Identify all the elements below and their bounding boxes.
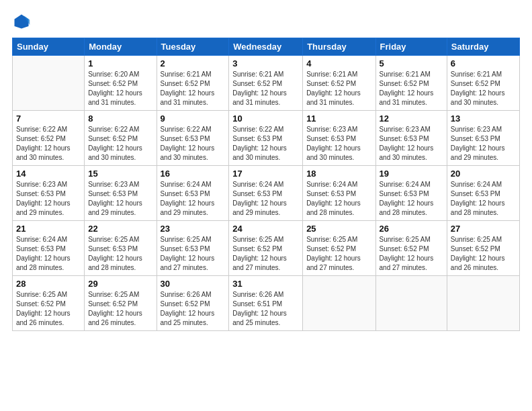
day-number: 17: [232, 169, 299, 179]
calendar-cell: 30Sunrise: 6:26 AM Sunset: 6:52 PM Dayli…: [157, 276, 229, 331]
weekday-header-row: SundayMondayTuesdayWednesdayThursdayFrid…: [13, 38, 520, 56]
day-info: Sunrise: 6:24 AM Sunset: 6:53 PM Dayligh…: [380, 180, 443, 218]
day-info: Sunrise: 6:25 AM Sunset: 6:52 PM Dayligh…: [16, 290, 81, 328]
day-info: Sunrise: 6:26 AM Sunset: 6:51 PM Dayligh…: [232, 290, 299, 328]
calendar-cell: [447, 276, 519, 331]
week-row-2: 7Sunrise: 6:22 AM Sunset: 6:52 PM Daylig…: [13, 111, 520, 166]
calendar-cell: 20Sunrise: 6:24 AM Sunset: 6:53 PM Dayli…: [447, 166, 519, 221]
day-number: 20: [451, 169, 516, 179]
calendar-cell: 8Sunrise: 6:22 AM Sunset: 6:52 PM Daylig…: [85, 111, 157, 166]
calendar-cell: 14Sunrise: 6:23 AM Sunset: 6:53 PM Dayli…: [13, 166, 85, 221]
day-info: Sunrise: 6:22 AM Sunset: 6:53 PM Dayligh…: [232, 125, 299, 163]
logo-icon: [12, 12, 31, 31]
day-info: Sunrise: 6:22 AM Sunset: 6:52 PM Dayligh…: [16, 125, 81, 163]
day-info: Sunrise: 6:24 AM Sunset: 6:53 PM Dayligh…: [161, 180, 226, 218]
svg-marker-0: [15, 15, 29, 29]
day-number: 9: [161, 113, 226, 124]
calendar-cell: 15Sunrise: 6:23 AM Sunset: 6:53 PM Dayli…: [85, 166, 157, 221]
weekday-header-tuesday: Tuesday: [157, 38, 229, 56]
day-number: 24: [232, 224, 299, 234]
day-number: 27: [451, 224, 516, 234]
weekday-header-wednesday: Wednesday: [229, 38, 303, 56]
calendar-cell: 16Sunrise: 6:24 AM Sunset: 6:53 PM Dayli…: [157, 166, 229, 221]
day-info: Sunrise: 6:25 AM Sunset: 6:52 PM Dayligh…: [88, 290, 152, 328]
day-number: 30: [161, 279, 226, 289]
weekday-header-friday: Friday: [375, 38, 447, 56]
calendar-cell: 25Sunrise: 6:25 AM Sunset: 6:52 PM Dayli…: [303, 221, 375, 276]
day-info: Sunrise: 6:23 AM Sunset: 6:53 PM Dayligh…: [451, 125, 516, 163]
calendar-cell: 1Sunrise: 6:20 AM Sunset: 6:52 PM Daylig…: [85, 56, 157, 111]
calendar-cell: 22Sunrise: 6:25 AM Sunset: 6:53 PM Dayli…: [85, 221, 157, 276]
calendar-cell: 21Sunrise: 6:24 AM Sunset: 6:53 PM Dayli…: [13, 221, 85, 276]
day-number: 23: [161, 224, 226, 234]
week-row-1: 1Sunrise: 6:20 AM Sunset: 6:52 PM Daylig…: [13, 56, 520, 111]
day-number: 11: [306, 113, 371, 124]
day-number: 14: [16, 169, 81, 179]
day-number: 26: [380, 224, 443, 234]
day-info: Sunrise: 6:25 AM Sunset: 6:53 PM Dayligh…: [161, 235, 226, 273]
day-info: Sunrise: 6:25 AM Sunset: 6:52 PM Dayligh…: [380, 235, 443, 273]
calendar-cell: 27Sunrise: 6:25 AM Sunset: 6:52 PM Dayli…: [447, 221, 519, 276]
page: SundayMondayTuesdayWednesdayThursdayFrid…: [0, 0, 532, 411]
day-info: Sunrise: 6:21 AM Sunset: 6:52 PM Dayligh…: [161, 70, 226, 107]
day-info: Sunrise: 6:21 AM Sunset: 6:52 PM Dayligh…: [380, 70, 443, 107]
calendar-cell: 18Sunrise: 6:24 AM Sunset: 6:53 PM Dayli…: [303, 166, 375, 221]
calendar-cell: 5Sunrise: 6:21 AM Sunset: 6:52 PM Daylig…: [375, 56, 447, 111]
day-number: 28: [16, 279, 81, 289]
calendar-cell: 24Sunrise: 6:25 AM Sunset: 6:52 PM Dayli…: [229, 221, 303, 276]
day-info: Sunrise: 6:22 AM Sunset: 6:52 PM Dayligh…: [88, 125, 152, 163]
day-info: Sunrise: 6:23 AM Sunset: 6:53 PM Dayligh…: [380, 125, 443, 163]
day-info: Sunrise: 6:21 AM Sunset: 6:52 PM Dayligh…: [232, 70, 299, 107]
calendar-cell: 26Sunrise: 6:25 AM Sunset: 6:52 PM Dayli…: [375, 221, 447, 276]
calendar-cell: 6Sunrise: 6:21 AM Sunset: 6:52 PM Daylig…: [447, 56, 519, 111]
day-info: Sunrise: 6:24 AM Sunset: 6:53 PM Dayligh…: [232, 180, 299, 218]
calendar-cell: 11Sunrise: 6:23 AM Sunset: 6:53 PM Dayli…: [303, 111, 375, 166]
calendar-cell: 17Sunrise: 6:24 AM Sunset: 6:53 PM Dayli…: [229, 166, 303, 221]
day-info: Sunrise: 6:23 AM Sunset: 6:53 PM Dayligh…: [16, 180, 81, 218]
day-number: 5: [380, 58, 443, 68]
calendar-cell: [13, 56, 85, 111]
calendar-table: SundayMondayTuesdayWednesdayThursdayFrid…: [12, 38, 520, 331]
calendar-cell: 23Sunrise: 6:25 AM Sunset: 6:53 PM Dayli…: [157, 221, 229, 276]
day-number: 22: [88, 224, 152, 234]
calendar-cell: 13Sunrise: 6:23 AM Sunset: 6:53 PM Dayli…: [447, 111, 519, 166]
calendar-cell: 3Sunrise: 6:21 AM Sunset: 6:52 PM Daylig…: [229, 56, 303, 111]
day-info: Sunrise: 6:24 AM Sunset: 6:53 PM Dayligh…: [306, 180, 371, 218]
calendar-cell: 2Sunrise: 6:21 AM Sunset: 6:52 PM Daylig…: [157, 56, 229, 111]
day-number: 21: [16, 224, 81, 234]
day-number: 12: [380, 113, 443, 124]
calendar-cell: 4Sunrise: 6:21 AM Sunset: 6:52 PM Daylig…: [303, 56, 375, 111]
day-number: 8: [88, 113, 152, 124]
calendar-cell: 9Sunrise: 6:22 AM Sunset: 6:53 PM Daylig…: [157, 111, 229, 166]
day-info: Sunrise: 6:21 AM Sunset: 6:52 PM Dayligh…: [306, 70, 371, 107]
day-number: 31: [232, 279, 299, 289]
weekday-header-sunday: Sunday: [13, 38, 85, 56]
weekday-header-saturday: Saturday: [447, 38, 519, 56]
logo: [12, 12, 34, 31]
day-number: 13: [451, 113, 516, 124]
calendar-cell: 29Sunrise: 6:25 AM Sunset: 6:52 PM Dayli…: [85, 276, 157, 331]
day-number: 15: [88, 169, 152, 179]
calendar-cell: 12Sunrise: 6:23 AM Sunset: 6:53 PM Dayli…: [375, 111, 447, 166]
day-number: 1: [88, 58, 152, 68]
day-number: 10: [232, 113, 299, 124]
calendar-cell: 31Sunrise: 6:26 AM Sunset: 6:51 PM Dayli…: [229, 276, 303, 331]
day-info: Sunrise: 6:25 AM Sunset: 6:52 PM Dayligh…: [451, 235, 516, 273]
day-number: 18: [306, 169, 371, 179]
day-info: Sunrise: 6:25 AM Sunset: 6:53 PM Dayligh…: [88, 235, 152, 273]
weekday-header-thursday: Thursday: [303, 38, 375, 56]
day-number: 2: [161, 58, 226, 68]
day-info: Sunrise: 6:22 AM Sunset: 6:53 PM Dayligh…: [161, 125, 226, 163]
day-number: 16: [161, 169, 226, 179]
calendar-cell: [303, 276, 375, 331]
day-info: Sunrise: 6:23 AM Sunset: 6:53 PM Dayligh…: [88, 180, 152, 218]
week-row-5: 28Sunrise: 6:25 AM Sunset: 6:52 PM Dayli…: [13, 276, 520, 331]
day-info: Sunrise: 6:20 AM Sunset: 6:52 PM Dayligh…: [88, 70, 152, 107]
day-number: 7: [16, 113, 81, 124]
calendar-cell: 28Sunrise: 6:25 AM Sunset: 6:52 PM Dayli…: [13, 276, 85, 331]
day-number: 4: [306, 58, 371, 68]
day-number: 25: [306, 224, 371, 234]
calendar-cell: 19Sunrise: 6:24 AM Sunset: 6:53 PM Dayli…: [375, 166, 447, 221]
day-info: Sunrise: 6:21 AM Sunset: 6:52 PM Dayligh…: [451, 70, 516, 107]
day-info: Sunrise: 6:23 AM Sunset: 6:53 PM Dayligh…: [306, 125, 371, 163]
